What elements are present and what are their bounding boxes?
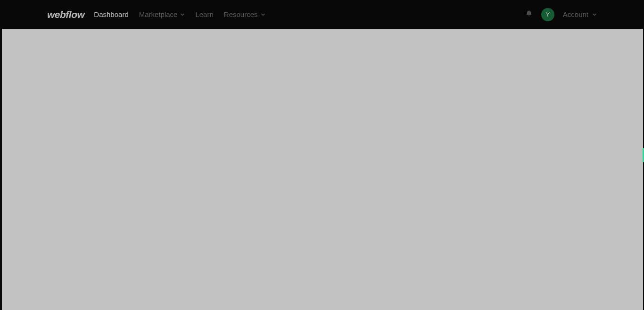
nav-resources-label: Resources xyxy=(224,10,258,18)
nav-learn-label: Learn xyxy=(195,10,213,18)
main-nav: Dashboard Marketplace Learn Resources xyxy=(94,10,265,18)
topbar-left: webflow Dashboard Marketplace Learn Reso… xyxy=(47,9,265,20)
nav-dashboard[interactable]: Dashboard xyxy=(94,10,128,18)
webflow-logo[interactable]: webflow xyxy=(47,9,84,20)
account-label: Account xyxy=(563,10,588,18)
topbar-right: Y Account xyxy=(525,8,597,21)
nav-marketplace-label: Marketplace xyxy=(139,10,178,18)
nav-dashboard-label: Dashboard xyxy=(94,10,128,18)
avatar[interactable]: Y xyxy=(541,8,554,21)
top-navbar: webflow Dashboard Marketplace Learn Reso… xyxy=(0,0,644,29)
content-area xyxy=(2,29,643,310)
chevron-down-icon xyxy=(261,12,265,17)
nav-marketplace[interactable]: Marketplace xyxy=(139,10,185,18)
notifications-button[interactable] xyxy=(525,10,533,19)
nav-resources[interactable]: Resources xyxy=(224,10,265,18)
chevron-down-icon xyxy=(180,12,185,17)
avatar-initial: Y xyxy=(545,11,550,18)
chevron-down-icon xyxy=(592,12,597,17)
nav-learn[interactable]: Learn xyxy=(195,10,213,18)
account-menu[interactable]: Account xyxy=(563,10,597,18)
bell-icon xyxy=(525,10,533,19)
